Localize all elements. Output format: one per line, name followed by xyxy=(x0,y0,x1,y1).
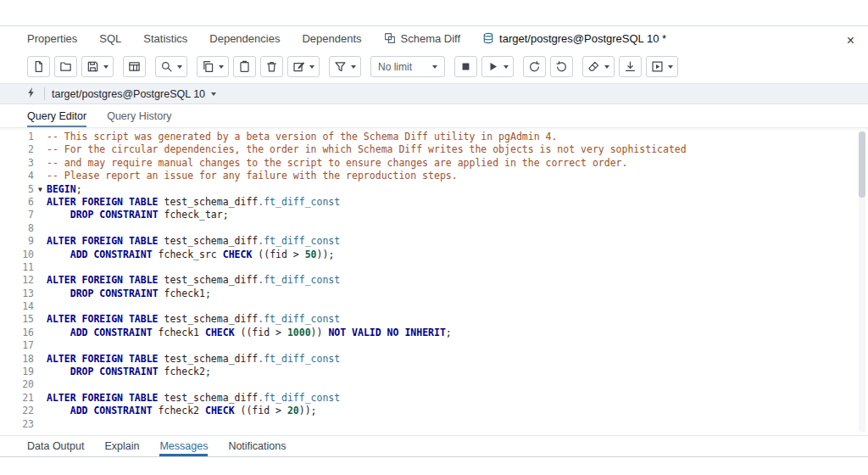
token-comment: -- and may require manual changes to the… xyxy=(47,157,627,169)
tab-target-postgres-postgresql-10[interactable]: target/postgres@PostgreSQL 10 * xyxy=(482,32,666,45)
tab-dependents[interactable]: Dependents xyxy=(302,32,361,45)
results-tab-data-output[interactable]: Data Output xyxy=(27,436,84,456)
commit-icon xyxy=(528,60,541,73)
code-line: 15ALTER FOREIGN TABLE test_schema_diff.f… xyxy=(0,313,856,326)
results-tab-explain[interactable]: Explain xyxy=(104,436,139,456)
editor-tab-query-history[interactable]: Query History xyxy=(107,104,171,127)
sql-editor[interactable]: 1-- This script was generated by a beta … xyxy=(0,127,868,435)
code-text: -- This script was generated by a beta v… xyxy=(47,131,557,143)
code-line: 23 xyxy=(0,418,856,431)
token-plain xyxy=(47,366,70,377)
code-text: ALTER FOREIGN TABLE test_schema_diff.ft_… xyxy=(47,274,340,287)
line-number: 21 xyxy=(0,392,34,405)
fold-marker-icon[interactable]: ▼ xyxy=(34,183,47,196)
tab-label: Query Editor xyxy=(27,110,86,122)
editor-tab-query-editor[interactable]: Query Editor xyxy=(27,104,86,127)
fold-gutter xyxy=(34,339,47,352)
find-button[interactable] xyxy=(155,56,187,77)
filter-button[interactable] xyxy=(329,56,361,77)
token-plain: fcheck2; xyxy=(164,366,210,377)
tab-sql[interactable]: SQL xyxy=(99,32,121,45)
token-plain: )); xyxy=(317,249,335,260)
save-file-button[interactable] xyxy=(81,56,114,77)
token-number: 20 xyxy=(287,405,299,416)
execute-button[interactable] xyxy=(481,56,514,77)
code-line: 21ALTER FOREIGN TABLE test_schema_diff.f… xyxy=(0,392,856,405)
code-text: DROP CONSTRAINT fcheck1; xyxy=(47,288,211,300)
tab-properties[interactable]: Properties xyxy=(27,32,77,45)
delete-button[interactable] xyxy=(260,56,283,77)
copy-button[interactable] xyxy=(197,56,229,77)
code-text: -- and may require manual changes to the… xyxy=(47,157,627,170)
results-tab-messages[interactable]: Messages xyxy=(159,436,208,456)
fold-gutter xyxy=(34,327,47,339)
new-file-button[interactable] xyxy=(27,56,50,77)
macro-button[interactable] xyxy=(646,56,678,77)
code-line: 2-- For the circular dependencies, the o… xyxy=(0,143,856,156)
download-button[interactable] xyxy=(619,56,642,77)
code-line: 14 xyxy=(0,300,856,313)
play-icon xyxy=(487,60,499,73)
toolbar-group xyxy=(454,56,514,77)
token-member: .ft_diff_const xyxy=(258,313,340,325)
tab-schema-diff[interactable]: Schema Diff xyxy=(384,32,461,45)
divider xyxy=(44,87,45,100)
code-line: 8 xyxy=(0,222,856,235)
token-plain: ; xyxy=(446,327,452,338)
code-line: 19 DROP CONSTRAINT fcheck2; xyxy=(0,366,856,378)
query-toolbar: No limit xyxy=(0,50,868,83)
token-comment: -- This script was generated by a beta v… xyxy=(47,131,557,142)
code-line: 9ALTER FOREIGN TABLE test_schema_diff.ft… xyxy=(0,235,856,248)
tab-label: Data Output xyxy=(27,440,84,452)
clear-button[interactable] xyxy=(582,56,615,77)
code-line: 1-- This script was generated by a beta … xyxy=(0,131,856,143)
edit-button[interactable] xyxy=(287,56,320,77)
token-keyword: ADD CONSTRAINT xyxy=(70,405,159,416)
code-text: ALTER FOREIGN TABLE test_schema_diff.ft_… xyxy=(47,313,340,326)
close-panel-icon[interactable]: × xyxy=(843,32,858,49)
commit-button[interactable] xyxy=(523,56,546,77)
toolbar-group xyxy=(123,56,146,77)
edit-grid-button[interactable] xyxy=(123,56,146,77)
results-tab-notifications[interactable]: Notifications xyxy=(228,436,286,456)
open-file-button[interactable] xyxy=(54,56,77,77)
token-plain: fcheck_tar; xyxy=(164,209,228,221)
caret-down-icon xyxy=(668,65,673,69)
token-member: .ft_diff_const xyxy=(258,196,340,208)
token-member: .ft_diff_const xyxy=(258,353,340,365)
token-keyword: ADD CONSTRAINT xyxy=(70,327,159,338)
tab-statistics[interactable]: Statistics xyxy=(143,32,187,45)
caret-down-icon xyxy=(103,65,108,69)
code-line: 7 DROP CONSTRAINT fcheck_tar; xyxy=(0,209,856,221)
scrollbar-thumb[interactable] xyxy=(859,131,865,198)
caret-down-icon xyxy=(309,65,314,69)
connection-select[interactable]: target/postgres@PostgreSQL 10 xyxy=(52,88,216,100)
limit-select[interactable]: No limit xyxy=(370,56,445,77)
cancel-query-button[interactable] xyxy=(454,56,477,77)
line-number: 12 xyxy=(0,274,34,287)
token-number: 50 xyxy=(305,249,317,260)
token-plain xyxy=(47,405,70,416)
limit-label: No limit xyxy=(378,61,412,73)
fold-gutter xyxy=(34,353,47,366)
toolbar-group xyxy=(523,56,573,77)
token-plain: ((fid > xyxy=(241,327,287,338)
tab-dependencies[interactable]: Dependencies xyxy=(209,32,280,45)
tab-label: Schema Diff xyxy=(401,32,461,45)
rollback-button[interactable] xyxy=(550,56,573,77)
token-keyword: ALTER FOREIGN TABLE xyxy=(47,313,164,325)
line-number: 11 xyxy=(0,261,34,274)
token-plain xyxy=(47,209,70,221)
token-comment: -- Please report an issue for any failur… xyxy=(47,170,458,182)
folder-icon xyxy=(59,60,72,73)
caret-down-icon xyxy=(351,65,356,69)
token-keyword: CHECK xyxy=(223,249,259,260)
paste-button[interactable] xyxy=(233,56,256,77)
fold-gutter xyxy=(34,418,47,431)
line-number: 9 xyxy=(0,235,34,248)
token-keyword: ALTER FOREIGN TABLE xyxy=(47,235,164,247)
tab-label: Dependents xyxy=(302,32,361,45)
token-keyword: DROP CONSTRAINT xyxy=(70,366,164,377)
code-text: ADD CONSTRAINT fcheck_src CHECK ((fid > … xyxy=(47,249,334,261)
tab-label: Notifications xyxy=(228,440,286,452)
